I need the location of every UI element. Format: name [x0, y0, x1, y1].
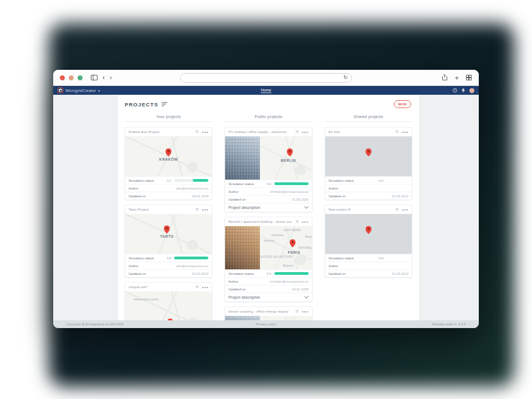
- updated-on-label: Updated on: [129, 272, 146, 275]
- project-card[interactable]: Tartu Project ☆ ●●● TARTU Simulation sta…: [125, 204, 212, 278]
- more-options-icon[interactable]: ●●●: [302, 220, 309, 223]
- close-window-button[interactable]: [60, 75, 65, 80]
- simulation-status-value: N/A: [378, 179, 384, 182]
- more-options-icon[interactable]: ●●●: [402, 130, 408, 134]
- project-map[interactable]: TARTU: [125, 214, 212, 254]
- new-tab-icon[interactable]: +: [454, 74, 459, 81]
- project-map[interactable]: KRAKÓW: [125, 136, 212, 176]
- star-icon[interactable]: ☆: [295, 130, 299, 134]
- sort-icon[interactable]: [162, 102, 168, 106]
- updated-row: Updated on 31.05.2022: [325, 269, 412, 277]
- project-description-toggle[interactable]: Project description: [225, 203, 311, 212]
- project-title: PV rooftop | office supply - electricity: [228, 130, 292, 134]
- project-map[interactable]: [325, 136, 412, 176]
- more-options-icon[interactable]: ●●●: [202, 285, 208, 289]
- progress-bar: [274, 272, 309, 275]
- more-options-icon[interactable]: ●●●: [302, 130, 309, 134]
- project-card[interactable]: EV test ☆ ●●● Simulation status N/A Auth…: [325, 127, 412, 200]
- chevron-down-icon: [304, 206, 309, 209]
- new-project-button[interactable]: NEW: [394, 100, 412, 108]
- browser-chrome: ‹ › ↻ +: [53, 70, 479, 86]
- map-pin-icon: [365, 226, 371, 234]
- author-value: christian@energenious.eu: [270, 280, 309, 283]
- more-options-icon[interactable]: ●●●: [402, 208, 408, 211]
- brand-name[interactable]: MicrogridCreator: [65, 89, 96, 93]
- map-city-label: TARTU: [160, 234, 174, 238]
- star-icon[interactable]: ☆: [395, 207, 399, 212]
- project-description-toggle[interactable]: Project description: [225, 293, 311, 301]
- project-card[interactable]: PV rooftop | office supply - electricity…: [224, 127, 312, 212]
- updated-row: Updated on 24.01.2025: [225, 285, 311, 293]
- back-icon[interactable]: ‹: [103, 74, 105, 81]
- project-card[interactable]: Sector coupling - office energy supply ☆…: [224, 306, 312, 320]
- author-label: Author: [129, 187, 139, 190]
- updated-on-value: 31.05.2022: [392, 195, 408, 198]
- project-map[interactable]: [325, 214, 412, 254]
- more-options-icon[interactable]: ●●●: [202, 208, 208, 211]
- chevron-down-icon[interactable]: ▾: [98, 89, 100, 93]
- project-title: Retrofit | apartment building - sector-c…: [228, 220, 292, 223]
- user-avatar[interactable]: [469, 88, 474, 93]
- column-cards: Kraków Eco Project ☆ ●●● KRAKÓW Simulati…: [125, 127, 212, 320]
- share-icon[interactable]: [442, 73, 447, 83]
- project-map[interactable]: [260, 316, 312, 320]
- simulation-status-label: Simulation status: [129, 257, 154, 260]
- updated-on-label: Updated on: [228, 288, 245, 291]
- project-title: Tartu Project: [129, 208, 192, 211]
- simulation-status-value: 6/6: [167, 257, 171, 260]
- projects-column: Your projects Kraków Eco Project ☆ ●●● K…: [125, 115, 212, 320]
- project-card[interactable]: New project 8 ☆ ●●● Simulation status N/…: [325, 204, 412, 278]
- map-place-label: BOULOGNE- BILLANCOURT: [260, 255, 293, 258]
- card-header: PV rooftop | office supply - electricity…: [225, 127, 311, 136]
- project-map[interactable]: BERLIN: [260, 136, 312, 180]
- star-icon[interactable]: ☆: [195, 207, 199, 212]
- nav-home-link[interactable]: Home: [261, 88, 272, 93]
- card-details: Simulation status N/A Author Updated on …: [325, 254, 412, 277]
- simulation-status-row: Simulation status 6/6: [225, 180, 311, 187]
- author-label: Author: [228, 190, 238, 193]
- notifications-icon[interactable]: [461, 88, 466, 93]
- more-options-icon[interactable]: ●●●: [302, 310, 309, 313]
- star-icon[interactable]: ☆: [195, 285, 199, 289]
- star-icon[interactable]: ☆: [295, 309, 299, 314]
- sidebar-toggle-icon[interactable]: [91, 75, 98, 80]
- reload-icon[interactable]: ↻: [344, 74, 348, 80]
- project-title: EV test: [329, 130, 392, 134]
- project-map[interactable]: PARISSAINT-DENISColombesNanterreBondyMON…: [260, 226, 312, 269]
- project-map[interactable]: ŁÓDŹAleksandrów Łódzki: [125, 291, 212, 320]
- simulation-status-label: Simulation status: [129, 179, 154, 182]
- column-header: Shared projects: [325, 115, 412, 122]
- project-card[interactable]: Unique ids? ☆ ●●● ŁÓDŹAleksandrów Łódzki…: [125, 282, 212, 320]
- minimize-window-button[interactable]: [69, 75, 74, 80]
- forward-icon[interactable]: ›: [110, 74, 112, 81]
- updated-on-label: Updated on: [129, 195, 146, 198]
- card-header: EV test ☆ ●●●: [325, 127, 412, 136]
- simulation-status-label: Simulation status: [228, 182, 254, 186]
- tab-overview-icon[interactable]: [466, 73, 472, 83]
- privacy-policy-link[interactable]: Privacy policy: [256, 323, 277, 326]
- author-row: Author pilot@energenious.eu: [125, 184, 212, 192]
- author-value: christian@energenious.eu: [270, 190, 309, 193]
- project-description-label: Project description: [228, 206, 260, 209]
- release-notes-link[interactable]: Release notes V. 1.0.3: [432, 323, 466, 326]
- star-icon[interactable]: ☆: [295, 219, 299, 224]
- map-city-label: PARIS: [288, 250, 300, 254]
- author-row: Author: [325, 262, 412, 269]
- app-footer: Copyright @ Energenious GmbH 2023 Privac…: [53, 320, 479, 328]
- star-icon[interactable]: ☆: [395, 130, 399, 134]
- project-card[interactable]: Kraków Eco Project ☆ ●●● KRAKÓW Simulati…: [125, 127, 212, 200]
- card-media: [225, 316, 311, 320]
- projects-column: Public projects PV rooftop | office supp…: [224, 115, 312, 320]
- updated-on-label: Updated on: [329, 195, 346, 198]
- project-title: Kraków Eco Project: [129, 130, 192, 134]
- app-logo[interactable]: [58, 88, 63, 93]
- progress-bar: [174, 257, 208, 259]
- help-icon[interactable]: ?: [453, 88, 457, 93]
- project-card[interactable]: Retrofit | apartment building - sector-c…: [224, 217, 312, 302]
- address-bar[interactable]: ↻: [180, 73, 352, 83]
- more-options-icon[interactable]: ●●●: [202, 130, 208, 134]
- star-icon[interactable]: ☆: [195, 130, 199, 134]
- fullscreen-window-button[interactable]: [78, 75, 83, 80]
- card-header: Kraków Eco Project ☆ ●●●: [125, 127, 212, 136]
- updated-row: Updated on 28.01.2025: [125, 192, 212, 200]
